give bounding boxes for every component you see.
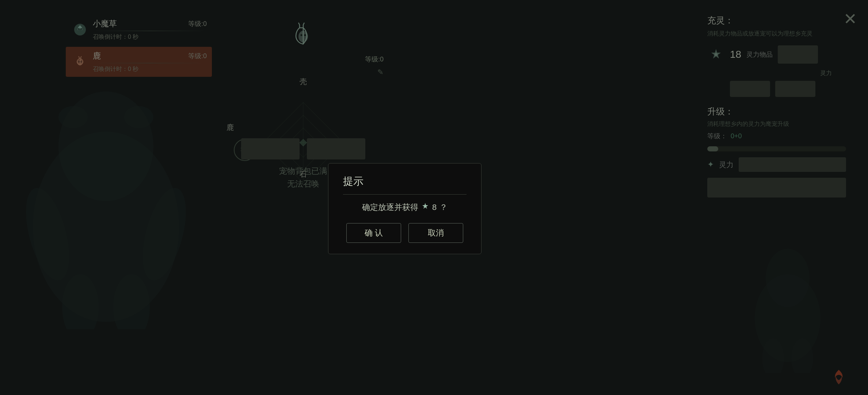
modal-buttons: 确 认 取消 bbox=[343, 223, 467, 243]
modal-content: 确定放逐并获得 8 ？ bbox=[343, 202, 467, 213]
modal-cancel-btn[interactable]: 取消 bbox=[408, 223, 463, 243]
modal-reward-icon bbox=[421, 202, 429, 212]
modal-box: 提示 确定放逐并获得 8 ？ 确 认 取消 bbox=[328, 163, 481, 254]
modal-overlay: 提示 确定放逐并获得 8 ？ 确 认 取消 bbox=[0, 0, 868, 395]
modal-confirm-btn[interactable]: 确 认 bbox=[346, 223, 401, 243]
modal-title: 提示 bbox=[343, 174, 467, 195]
